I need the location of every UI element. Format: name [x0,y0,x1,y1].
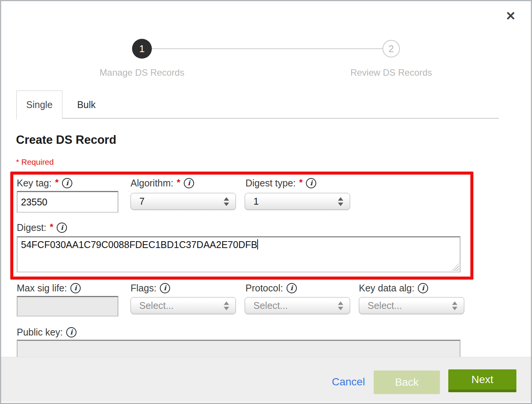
flags-select[interactable]: Select... [131,297,236,314]
info-icon-glyph: i [74,285,76,291]
digest-type-selected-value: 1 [253,196,259,207]
required-note: * Required [16,157,54,167]
info-icon-glyph: i [61,224,63,231]
info-icon-glyph: i [70,329,72,336]
digest-value: 54FCF030AA1C79C0088FDEC1BD1C37DAA2E70DFB [21,239,257,250]
digest-label-text: Digest: [17,222,46,233]
algorithm-label-text: Algorithm: [131,178,174,189]
info-icon-glyph: i [422,285,424,291]
max-sig-life-label-text: Max sig life: [17,283,67,294]
algorithm-select[interactable]: 7 [131,193,236,210]
info-icon[interactable]: i [418,283,428,293]
required-asterisk: * [55,177,59,188]
key-data-alg-label: Key data alg: i [359,283,428,294]
info-icon-glyph: i [66,180,68,186]
public-key-label: Public key: i [17,327,76,338]
key-tag-input[interactable]: 23550 [17,191,118,213]
select-spinner-icon [338,197,343,206]
key-tag-value: 23550 [21,197,48,208]
protocol-selected-value: Select... [253,300,288,311]
key-data-alg-label-text: Key data alg: [359,283,414,294]
info-icon-glyph: i [188,180,190,186]
required-asterisk: * [50,222,53,232]
tab-underline [62,118,499,119]
key-tag-label-text: Key tag: [17,178,52,189]
select-spinner-icon [338,301,343,310]
key-tag-label: Key tag: * i [17,178,72,189]
public-key-textarea[interactable] [17,340,460,357]
algorithm-label: Algorithm: * i [131,178,194,189]
info-icon-glyph: i [310,180,312,186]
max-sig-life-label: Max sig life: i [17,283,81,294]
max-sig-life-input[interactable] [17,296,118,317]
flags-label: Flags: i [131,283,170,294]
info-icon[interactable]: i [62,178,72,188]
info-icon[interactable]: i [57,223,67,233]
protocol-label-text: Protocol: [245,283,283,294]
stepper-step-2-label: Review DS Records [323,67,460,78]
digest-type-label-text: Digest type: [245,178,296,189]
algorithm-selected-value: 7 [139,196,145,207]
digest-type-select[interactable]: 1 [245,193,350,210]
info-icon[interactable]: i [70,283,81,293]
select-spinner-icon [224,301,229,310]
tab-bulk[interactable]: Bulk [62,91,110,118]
info-icon[interactable]: i [287,283,297,293]
page-title: Create DS Record [16,133,116,147]
next-button[interactable]: Next [448,369,516,392]
digest-type-label: Digest type: * i [245,178,316,189]
info-icon[interactable]: i [160,283,170,293]
info-icon[interactable]: i [66,327,76,337]
flags-label-text: Flags: [131,283,156,294]
back-button[interactable]: Back [374,371,440,394]
protocol-label: Protocol: i [245,283,297,294]
flags-selected-value: Select... [139,300,174,311]
info-icon[interactable]: i [306,178,316,188]
info-icon-glyph: i [164,285,166,291]
close-icon[interactable]: ✕ [503,8,518,24]
digest-textarea[interactable]: 54FCF030AA1C79C0088FDEC1BD1C37DAA2E70DFB [17,236,460,272]
stepper-connector-line [142,48,391,49]
protocol-select[interactable]: Select... [245,297,350,314]
key-data-alg-select[interactable]: Select... [359,297,464,314]
stepper-step-1-label: Manage DS Records [73,67,210,78]
info-icon-glyph: i [290,285,293,291]
required-asterisk: * [177,177,180,188]
tab-single[interactable]: Single [16,91,62,119]
select-spinner-icon [224,197,229,206]
text-cursor [257,239,258,250]
digest-label: Digest: * i [17,222,67,233]
key-data-alg-selected-value: Select... [368,300,402,311]
resize-handle-icon[interactable] [451,263,459,271]
stepper-step-1-circle: 1 [132,39,152,59]
stepper-step-2-circle: 2 [382,40,400,57]
cancel-button[interactable]: Cancel [332,376,365,388]
select-spinner-icon [452,301,457,310]
public-key-label-text: Public key: [17,327,63,338]
required-asterisk: * [299,177,303,188]
info-icon[interactable]: i [184,178,194,188]
